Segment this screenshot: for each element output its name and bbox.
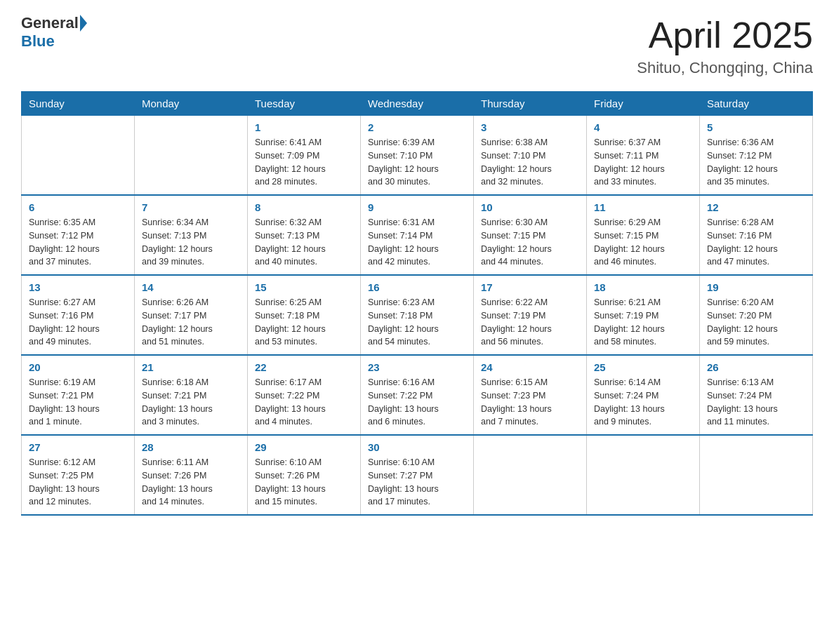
day-info: Sunrise: 6:17 AM Sunset: 7:22 PM Dayligh… xyxy=(255,376,353,429)
day-number: 28 xyxy=(142,441,240,453)
calendar-cell-w2-d1: 7Sunrise: 6:34 AM Sunset: 7:13 PM Daylig… xyxy=(135,195,248,275)
calendar-cell-w3-d0: 13Sunrise: 6:27 AM Sunset: 7:16 PM Dayli… xyxy=(22,275,135,355)
day-number: 8 xyxy=(255,201,353,213)
day-info: Sunrise: 6:35 AM Sunset: 7:12 PM Dayligh… xyxy=(29,216,127,269)
calendar-cell-w1-d6: 5Sunrise: 6:36 AM Sunset: 7:12 PM Daylig… xyxy=(700,116,813,196)
day-info: Sunrise: 6:21 AM Sunset: 7:19 PM Dayligh… xyxy=(594,296,692,349)
calendar-table: SundayMondayTuesdayWednesdayThursdayFrid… xyxy=(21,91,813,516)
day-info: Sunrise: 6:15 AM Sunset: 7:23 PM Dayligh… xyxy=(481,376,579,429)
day-number: 22 xyxy=(255,361,353,373)
header-col-wednesday: Wednesday xyxy=(361,92,474,116)
day-number: 23 xyxy=(368,361,466,373)
day-number: 10 xyxy=(481,201,579,213)
calendar-title: April 2025 xyxy=(637,14,813,56)
calendar-cell-w2-d0: 6Sunrise: 6:35 AM Sunset: 7:12 PM Daylig… xyxy=(22,195,135,275)
day-number: 27 xyxy=(29,441,127,453)
day-number: 2 xyxy=(368,121,466,133)
calendar-cell-w3-d2: 15Sunrise: 6:25 AM Sunset: 7:18 PM Dayli… xyxy=(248,275,361,355)
day-info: Sunrise: 6:41 AM Sunset: 7:09 PM Dayligh… xyxy=(255,136,353,189)
header-col-sunday: Sunday xyxy=(22,92,135,116)
day-info: Sunrise: 6:32 AM Sunset: 7:13 PM Dayligh… xyxy=(255,216,353,269)
day-info: Sunrise: 6:12 AM Sunset: 7:25 PM Dayligh… xyxy=(29,456,127,509)
calendar-cell-w4-d3: 23Sunrise: 6:16 AM Sunset: 7:22 PM Dayli… xyxy=(361,355,474,435)
calendar-cell-w4-d6: 26Sunrise: 6:13 AM Sunset: 7:24 PM Dayli… xyxy=(700,355,813,435)
day-info: Sunrise: 6:16 AM Sunset: 7:22 PM Dayligh… xyxy=(368,376,466,429)
calendar-cell-w1-d5: 4Sunrise: 6:37 AM Sunset: 7:11 PM Daylig… xyxy=(587,116,700,196)
day-info: Sunrise: 6:23 AM Sunset: 7:18 PM Dayligh… xyxy=(368,296,466,349)
day-number: 12 xyxy=(707,201,805,213)
calendar-cell-w3-d4: 17Sunrise: 6:22 AM Sunset: 7:19 PM Dayli… xyxy=(474,275,587,355)
calendar-cell-w4-d0: 20Sunrise: 6:19 AM Sunset: 7:21 PM Dayli… xyxy=(22,355,135,435)
day-number: 14 xyxy=(142,281,240,293)
calendar-header-row: SundayMondayTuesdayWednesdayThursdayFrid… xyxy=(22,92,813,116)
day-info: Sunrise: 6:25 AM Sunset: 7:18 PM Dayligh… xyxy=(255,296,353,349)
day-number: 1 xyxy=(255,121,353,133)
header-col-saturday: Saturday xyxy=(700,92,813,116)
day-info: Sunrise: 6:14 AM Sunset: 7:24 PM Dayligh… xyxy=(594,376,692,429)
day-number: 11 xyxy=(594,201,692,213)
day-info: Sunrise: 6:10 AM Sunset: 7:26 PM Dayligh… xyxy=(255,456,353,509)
day-info: Sunrise: 6:36 AM Sunset: 7:12 PM Dayligh… xyxy=(707,136,805,189)
calendar-cell-w1-d4: 3Sunrise: 6:38 AM Sunset: 7:10 PM Daylig… xyxy=(474,116,587,196)
day-info: Sunrise: 6:38 AM Sunset: 7:10 PM Dayligh… xyxy=(481,136,579,189)
calendar-week-4: 20Sunrise: 6:19 AM Sunset: 7:21 PM Dayli… xyxy=(22,355,813,435)
calendar-cell-w5-d0: 27Sunrise: 6:12 AM Sunset: 7:25 PM Dayli… xyxy=(22,435,135,515)
day-number: 29 xyxy=(255,441,353,453)
logo: General Blue xyxy=(21,14,87,51)
day-number: 20 xyxy=(29,361,127,373)
calendar-cell-w5-d5 xyxy=(587,435,700,515)
header-col-monday: Monday xyxy=(135,92,248,116)
calendar-cell-w2-d4: 10Sunrise: 6:30 AM Sunset: 7:15 PM Dayli… xyxy=(474,195,587,275)
day-number: 9 xyxy=(368,201,466,213)
day-info: Sunrise: 6:29 AM Sunset: 7:15 PM Dayligh… xyxy=(594,216,692,269)
logo-blue-text: Blue xyxy=(21,32,87,51)
calendar-cell-w3-d3: 16Sunrise: 6:23 AM Sunset: 7:18 PM Dayli… xyxy=(361,275,474,355)
calendar-cell-w2-d5: 11Sunrise: 6:29 AM Sunset: 7:15 PM Dayli… xyxy=(587,195,700,275)
day-info: Sunrise: 6:18 AM Sunset: 7:21 PM Dayligh… xyxy=(142,376,240,429)
day-info: Sunrise: 6:28 AM Sunset: 7:16 PM Dayligh… xyxy=(707,216,805,269)
calendar-cell-w4-d4: 24Sunrise: 6:15 AM Sunset: 7:23 PM Dayli… xyxy=(474,355,587,435)
calendar-cell-w4-d2: 22Sunrise: 6:17 AM Sunset: 7:22 PM Dayli… xyxy=(248,355,361,435)
calendar-cell-w2-d2: 8Sunrise: 6:32 AM Sunset: 7:13 PM Daylig… xyxy=(248,195,361,275)
day-number: 18 xyxy=(594,281,692,293)
calendar-cell-w3-d5: 18Sunrise: 6:21 AM Sunset: 7:19 PM Dayli… xyxy=(587,275,700,355)
day-info: Sunrise: 6:22 AM Sunset: 7:19 PM Dayligh… xyxy=(481,296,579,349)
header-col-thursday: Thursday xyxy=(474,92,587,116)
day-info: Sunrise: 6:27 AM Sunset: 7:16 PM Dayligh… xyxy=(29,296,127,349)
day-number: 26 xyxy=(707,361,805,373)
calendar-cell-w5-d4 xyxy=(474,435,587,515)
calendar-week-5: 27Sunrise: 6:12 AM Sunset: 7:25 PM Dayli… xyxy=(22,435,813,515)
day-info: Sunrise: 6:26 AM Sunset: 7:17 PM Dayligh… xyxy=(142,296,240,349)
header-col-friday: Friday xyxy=(587,92,700,116)
calendar-cell-w5-d2: 29Sunrise: 6:10 AM Sunset: 7:26 PM Dayli… xyxy=(248,435,361,515)
calendar-week-3: 13Sunrise: 6:27 AM Sunset: 7:16 PM Dayli… xyxy=(22,275,813,355)
day-number: 17 xyxy=(481,281,579,293)
logo-general-text: General xyxy=(21,14,79,32)
day-number: 21 xyxy=(142,361,240,373)
day-number: 6 xyxy=(29,201,127,213)
calendar-cell-w4-d1: 21Sunrise: 6:18 AM Sunset: 7:21 PM Dayli… xyxy=(135,355,248,435)
calendar-cell-w5-d6 xyxy=(700,435,813,515)
day-info: Sunrise: 6:10 AM Sunset: 7:27 PM Dayligh… xyxy=(368,456,466,509)
day-number: 30 xyxy=(368,441,466,453)
calendar-cell-w3-d1: 14Sunrise: 6:26 AM Sunset: 7:17 PM Dayli… xyxy=(135,275,248,355)
day-number: 19 xyxy=(707,281,805,293)
calendar-week-1: 1Sunrise: 6:41 AM Sunset: 7:09 PM Daylig… xyxy=(22,116,813,196)
day-number: 4 xyxy=(594,121,692,133)
day-info: Sunrise: 6:19 AM Sunset: 7:21 PM Dayligh… xyxy=(29,376,127,429)
logo-arrow-icon xyxy=(80,15,87,32)
calendar-cell-w4-d5: 25Sunrise: 6:14 AM Sunset: 7:24 PM Dayli… xyxy=(587,355,700,435)
calendar-cell-w1-d2: 1Sunrise: 6:41 AM Sunset: 7:09 PM Daylig… xyxy=(248,116,361,196)
calendar-cell-w2-d3: 9Sunrise: 6:31 AM Sunset: 7:14 PM Daylig… xyxy=(361,195,474,275)
calendar-cell-w1-d1 xyxy=(135,116,248,196)
day-number: 3 xyxy=(481,121,579,133)
header-col-tuesday: Tuesday xyxy=(248,92,361,116)
calendar-title-block: April 2025 Shituo, Chongqing, China xyxy=(637,14,813,77)
day-info: Sunrise: 6:11 AM Sunset: 7:26 PM Dayligh… xyxy=(142,456,240,509)
day-number: 16 xyxy=(368,281,466,293)
calendar-week-2: 6Sunrise: 6:35 AM Sunset: 7:12 PM Daylig… xyxy=(22,195,813,275)
day-info: Sunrise: 6:37 AM Sunset: 7:11 PM Dayligh… xyxy=(594,136,692,189)
day-number: 7 xyxy=(142,201,240,213)
day-info: Sunrise: 6:31 AM Sunset: 7:14 PM Dayligh… xyxy=(368,216,466,269)
day-info: Sunrise: 6:13 AM Sunset: 7:24 PM Dayligh… xyxy=(707,376,805,429)
